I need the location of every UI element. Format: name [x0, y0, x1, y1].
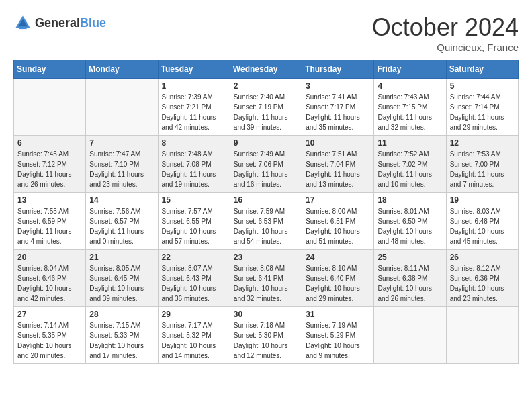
title-block: October 2024 Quincieux, France	[372, 13, 519, 53]
calendar-cell: 24Sunrise: 8:10 AM Sunset: 6:40 PM Dayli…	[302, 250, 374, 307]
calendar-cell	[374, 307, 446, 364]
day-number: 30	[234, 310, 298, 319]
logo-general: General	[35, 16, 80, 30]
weekday-header-row: SundayMondayTuesdayWednesdayThursdayFrid…	[14, 60, 519, 79]
day-number: 21	[89, 253, 154, 262]
calendar-cell: 18Sunrise: 8:01 AM Sunset: 6:50 PM Dayli…	[374, 193, 446, 250]
day-number: 13	[17, 195, 82, 205]
day-number: 7	[89, 138, 154, 148]
calendar-cell: 15Sunrise: 7:57 AM Sunset: 6:55 PM Dayli…	[158, 193, 230, 250]
calendar-cell: 4Sunrise: 7:43 AM Sunset: 7:15 PM Daylig…	[374, 79, 446, 136]
calendar-cell: 11Sunrise: 7:52 AM Sunset: 7:02 PM Dayli…	[374, 136, 446, 193]
day-info: Sunrise: 7:19 AM Sunset: 5:29 PM Dayligh…	[306, 320, 370, 361]
calendar-cell	[446, 307, 518, 364]
day-info: Sunrise: 7:14 AM Sunset: 5:35 PM Dayligh…	[17, 320, 82, 361]
weekday-header: Thursday	[302, 60, 374, 79]
day-number: 18	[378, 195, 442, 205]
calendar-cell: 7Sunrise: 7:47 AM Sunset: 7:10 PM Daylig…	[86, 136, 158, 193]
logo-icon	[13, 13, 32, 32]
day-number: 29	[162, 310, 226, 319]
calendar-cell: 30Sunrise: 7:18 AM Sunset: 5:30 PM Dayli…	[230, 307, 302, 364]
day-info: Sunrise: 7:45 AM Sunset: 7:12 PM Dayligh…	[17, 149, 82, 189]
day-number: 8	[162, 138, 226, 148]
day-info: Sunrise: 8:05 AM Sunset: 6:45 PM Dayligh…	[89, 263, 154, 304]
day-info: Sunrise: 8:00 AM Sunset: 6:51 PM Dayligh…	[306, 206, 370, 246]
day-info: Sunrise: 7:47 AM Sunset: 7:10 PM Dayligh…	[89, 149, 154, 189]
day-info: Sunrise: 7:59 AM Sunset: 6:53 PM Dayligh…	[234, 206, 298, 246]
day-number: 26	[450, 253, 515, 262]
day-info: Sunrise: 7:18 AM Sunset: 5:30 PM Dayligh…	[234, 320, 298, 361]
day-info: Sunrise: 8:08 AM Sunset: 6:41 PM Dayligh…	[234, 263, 298, 304]
calendar-cell: 1Sunrise: 7:39 AM Sunset: 7:21 PM Daylig…	[158, 79, 230, 136]
calendar-cell: 2Sunrise: 7:40 AM Sunset: 7:19 PM Daylig…	[230, 79, 302, 136]
month-title: October 2024	[372, 13, 519, 42]
day-number: 31	[306, 310, 370, 319]
calendar-cell: 14Sunrise: 7:56 AM Sunset: 6:57 PM Dayli…	[86, 193, 158, 250]
calendar-cell: 26Sunrise: 8:12 AM Sunset: 6:36 PM Dayli…	[446, 250, 518, 307]
day-number: 27	[17, 310, 82, 319]
day-number: 24	[306, 253, 370, 262]
day-number: 1	[162, 81, 226, 91]
day-info: Sunrise: 7:40 AM Sunset: 7:19 PM Dayligh…	[234, 92, 298, 132]
calendar-cell: 23Sunrise: 8:08 AM Sunset: 6:41 PM Dayli…	[230, 250, 302, 307]
weekday-header: Monday	[86, 60, 158, 79]
logo: GeneralBlue	[13, 13, 106, 32]
calendar-cell: 5Sunrise: 7:44 AM Sunset: 7:14 PM Daylig…	[446, 79, 518, 136]
weekday-header: Sunday	[14, 60, 86, 79]
calendar-cell: 25Sunrise: 8:11 AM Sunset: 6:38 PM Dayli…	[374, 250, 446, 307]
weekday-header: Friday	[374, 60, 446, 79]
day-info: Sunrise: 7:52 AM Sunset: 7:02 PM Dayligh…	[378, 149, 442, 189]
calendar-cell: 3Sunrise: 7:41 AM Sunset: 7:17 PM Daylig…	[302, 79, 374, 136]
day-number: 22	[162, 253, 226, 262]
day-info: Sunrise: 7:51 AM Sunset: 7:04 PM Dayligh…	[306, 149, 370, 189]
day-info: Sunrise: 8:04 AM Sunset: 6:46 PM Dayligh…	[17, 263, 82, 304]
calendar-cell: 22Sunrise: 8:07 AM Sunset: 6:43 PM Dayli…	[158, 250, 230, 307]
calendar-cell: 6Sunrise: 7:45 AM Sunset: 7:12 PM Daylig…	[14, 136, 86, 193]
day-number: 17	[306, 195, 370, 205]
calendar-cell	[14, 79, 86, 136]
day-number: 28	[89, 310, 154, 319]
day-number: 3	[306, 81, 370, 91]
calendar-cell: 10Sunrise: 7:51 AM Sunset: 7:04 PM Dayli…	[302, 136, 374, 193]
day-info: Sunrise: 7:48 AM Sunset: 7:08 PM Dayligh…	[162, 149, 226, 189]
day-info: Sunrise: 8:03 AM Sunset: 6:48 PM Dayligh…	[450, 206, 515, 246]
day-number: 11	[378, 138, 442, 148]
day-number: 9	[234, 138, 298, 148]
day-number: 19	[450, 195, 515, 205]
logo-blue: Blue	[80, 16, 106, 30]
calendar-cell: 29Sunrise: 7:17 AM Sunset: 5:32 PM Dayli…	[158, 307, 230, 364]
day-info: Sunrise: 7:17 AM Sunset: 5:32 PM Dayligh…	[162, 320, 226, 361]
calendar-cell: 20Sunrise: 8:04 AM Sunset: 6:46 PM Dayli…	[14, 250, 86, 307]
day-info: Sunrise: 8:12 AM Sunset: 6:36 PM Dayligh…	[450, 263, 515, 304]
location: Quincieux, France	[372, 42, 519, 53]
logo-text: GeneralBlue	[35, 16, 106, 30]
calendar-table: SundayMondayTuesdayWednesdayThursdayFrid…	[13, 60, 519, 364]
calendar-week-row: 1Sunrise: 7:39 AM Sunset: 7:21 PM Daylig…	[14, 79, 519, 136]
calendar-week-row: 20Sunrise: 8:04 AM Sunset: 6:46 PM Dayli…	[14, 250, 519, 307]
day-info: Sunrise: 7:43 AM Sunset: 7:15 PM Dayligh…	[378, 92, 442, 132]
page-header: GeneralBlue October 2024 Quincieux, Fran…	[13, 13, 519, 53]
day-info: Sunrise: 8:01 AM Sunset: 6:50 PM Dayligh…	[378, 206, 442, 246]
weekday-header: Wednesday	[230, 60, 302, 79]
day-info: Sunrise: 7:49 AM Sunset: 7:06 PM Dayligh…	[234, 149, 298, 189]
day-info: Sunrise: 7:55 AM Sunset: 6:59 PM Dayligh…	[17, 206, 82, 246]
calendar-cell: 8Sunrise: 7:48 AM Sunset: 7:08 PM Daylig…	[158, 136, 230, 193]
day-number: 15	[162, 195, 226, 205]
day-number: 25	[378, 253, 442, 262]
weekday-header: Tuesday	[158, 60, 230, 79]
day-info: Sunrise: 8:07 AM Sunset: 6:43 PM Dayligh…	[162, 263, 226, 304]
calendar-cell: 28Sunrise: 7:15 AM Sunset: 5:33 PM Dayli…	[86, 307, 158, 364]
day-info: Sunrise: 7:56 AM Sunset: 6:57 PM Dayligh…	[89, 206, 154, 246]
day-number: 10	[306, 138, 370, 148]
day-number: 5	[450, 81, 515, 91]
day-number: 6	[17, 138, 82, 148]
calendar-cell: 21Sunrise: 8:05 AM Sunset: 6:45 PM Dayli…	[86, 250, 158, 307]
day-number: 23	[234, 253, 298, 262]
day-info: Sunrise: 7:39 AM Sunset: 7:21 PM Dayligh…	[162, 92, 226, 132]
day-number: 12	[450, 138, 515, 148]
day-number: 20	[17, 253, 82, 262]
calendar-cell: 17Sunrise: 8:00 AM Sunset: 6:51 PM Dayli…	[302, 193, 374, 250]
day-number: 14	[89, 195, 154, 205]
day-info: Sunrise: 7:41 AM Sunset: 7:17 PM Dayligh…	[306, 92, 370, 132]
weekday-header: Saturday	[446, 60, 518, 79]
